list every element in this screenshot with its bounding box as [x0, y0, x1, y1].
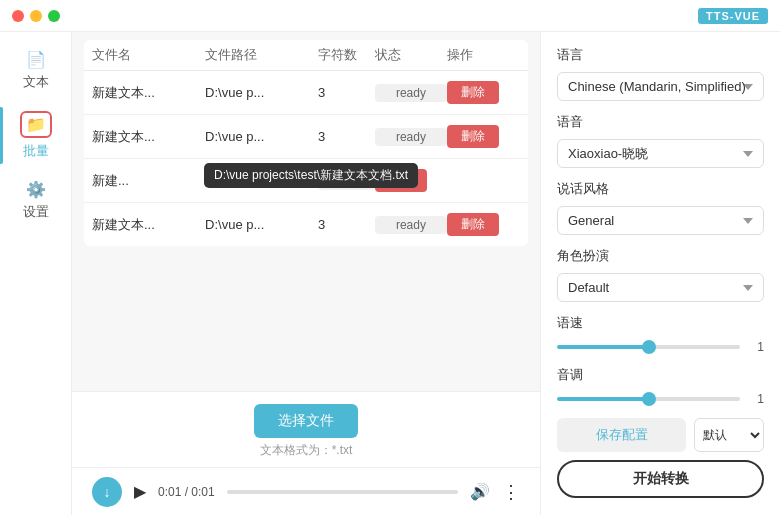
col-chars: 字符数 [318, 46, 375, 64]
save-preset-row: 保存配置 默认 自定义 [557, 418, 764, 452]
style-group: 说话风格 General Chat [557, 180, 764, 235]
save-config-label: 保存配置 [596, 426, 648, 444]
file-name: 新建文本... [92, 128, 205, 146]
sidebar-settings-label: 设置 [23, 203, 49, 221]
role-group: 角色扮演 Default Girl Boy [557, 247, 764, 302]
volume-icon[interactable]: 🔊 [470, 482, 490, 501]
status-badge: ready [375, 84, 448, 102]
file-list-area: 文件名 文件路径 字符数 状态 操作 新建文本... D:\vue p... 3… [72, 32, 540, 391]
voice-label: 语音 [557, 113, 764, 131]
role-select[interactable]: Default Girl Boy [557, 273, 764, 302]
col-path: 文件路径 [205, 46, 318, 64]
delete-button[interactable]: 删除 [447, 81, 499, 104]
rate-group: 语速 1 [557, 314, 764, 354]
main-bottom: 选择文件 文本格式为：*.txt [72, 391, 540, 467]
voice-group: 语音 Xiaoxiao-晓晓 Yunxi-云希 [557, 113, 764, 168]
style-label: 说话风格 [557, 180, 764, 198]
pitch-group: 音调 1 [557, 366, 764, 406]
pitch-slider[interactable] [557, 397, 740, 401]
pitch-label: 音调 [557, 366, 764, 384]
play-button[interactable]: ▶ [134, 482, 146, 501]
file-chars: 3 [318, 217, 375, 232]
file-name: 新建文本... [92, 84, 205, 102]
download-icon: ↓ [104, 484, 111, 500]
status-badge: ready [375, 216, 448, 234]
window-controls [12, 10, 60, 22]
sidebar-text-label: 文本 [23, 73, 49, 91]
language-label: 语言 [557, 46, 764, 64]
panel-actions: 保存配置 默认 自定义 开始转换 [557, 418, 764, 498]
style-select[interactable]: General Chat [557, 206, 764, 235]
rate-slider[interactable] [557, 345, 740, 349]
minimize-dot[interactable] [30, 10, 42, 22]
save-config-button[interactable]: 保存配置 [557, 418, 686, 452]
table-header: 文件名 文件路径 字符数 状态 操作 [84, 40, 528, 71]
file-path: D:\vue p... [205, 129, 318, 144]
file-path: D:\vue p... [205, 217, 318, 232]
table-body: 新建文本... D:\vue p... 3 ready 删除 新建文本... D… [84, 71, 528, 246]
language-group: 语言 Chinese (Mandarin, Simplified) Englis… [557, 46, 764, 101]
col-filename: 文件名 [92, 46, 205, 64]
gear-icon: ⚙️ [26, 180, 46, 199]
table-row: 新建文本... D:\vue p... 3 ready 删除 [84, 203, 528, 246]
more-options-icon[interactable]: ⋮ [502, 481, 520, 503]
start-convert-button[interactable]: 开始转换 [557, 460, 764, 498]
maximize-dot[interactable] [48, 10, 60, 22]
sidebar-item-text[interactable]: 📄 文本 [0, 40, 71, 101]
col-status: 状态 [375, 46, 448, 64]
player-time: 0:01 / 0:01 [158, 485, 215, 499]
sidebar-item-settings[interactable]: ⚙️ 设置 [0, 170, 71, 231]
status-badge: ready [318, 172, 375, 190]
select-file-button[interactable]: 选择文件 [254, 404, 358, 438]
audio-player: ↓ ▶ 0:01 / 0:01 🔊 ⋮ [72, 467, 540, 515]
file-name: 新建... [92, 172, 205, 190]
sidebar: 📄 文本 📁 批量 ⚙️ 设置 [0, 32, 72, 515]
document-icon: 📄 [26, 50, 46, 69]
language-select[interactable]: Chinese (Mandarin, Simplified) English (… [557, 72, 764, 101]
file-name: 新建文本... [92, 216, 205, 234]
main-content: 文件名 文件路径 字符数 状态 操作 新建文本... D:\vue p... 3… [72, 32, 540, 515]
status-badge: ready [375, 128, 448, 146]
player-progress-bar[interactable] [227, 490, 458, 494]
preset-select[interactable]: 默认 自定义 [694, 418, 764, 452]
delete-button[interactable]: 删除 [447, 213, 499, 236]
file-path: D:\vue p... [205, 85, 318, 100]
app-body: 📄 文本 📁 批量 ⚙️ 设置 文件名 文件路径 字符数 状态 操作 [0, 32, 780, 515]
rate-label: 语速 [557, 314, 764, 332]
rate-value: 1 [748, 340, 764, 354]
role-label: 角色扮演 [557, 247, 764, 265]
table-row: 新建文本... D:\vue p... 3 ready 删除 [84, 71, 528, 115]
voice-select[interactable]: Xiaoxiao-晓晓 Yunxi-云希 [557, 139, 764, 168]
file-chars: 3 [318, 85, 375, 100]
sidebar-batch-label: 批量 [23, 142, 49, 160]
title-bar: TTS-VUE [0, 0, 780, 32]
file-chars: 3 [318, 129, 375, 144]
delete-button[interactable]: 删除 [447, 125, 499, 148]
pitch-slider-row: 1 [557, 392, 764, 406]
table-row: 新建文本... D:\vue p... 3 ready 删除 [84, 115, 528, 159]
col-actions: 操作 [447, 46, 520, 64]
app-title: TTS-VUE [698, 8, 768, 24]
batch-icon-wrap: 📁 [20, 111, 52, 138]
download-button[interactable]: ↓ [92, 477, 122, 507]
pitch-value: 1 [748, 392, 764, 406]
right-panel: 语言 Chinese (Mandarin, Simplified) Englis… [540, 32, 780, 515]
sidebar-item-batch[interactable]: 📁 批量 [0, 101, 71, 170]
folder-icon: 📁 [26, 115, 46, 134]
close-dot[interactable] [12, 10, 24, 22]
file-format-hint: 文本格式为：*.txt [260, 442, 353, 459]
rate-slider-row: 1 [557, 340, 764, 354]
delete-button[interactable]: 删除 [375, 169, 427, 192]
table-row: 新建... D:\vue projects\test\新建文本文档.txt re… [84, 159, 528, 203]
